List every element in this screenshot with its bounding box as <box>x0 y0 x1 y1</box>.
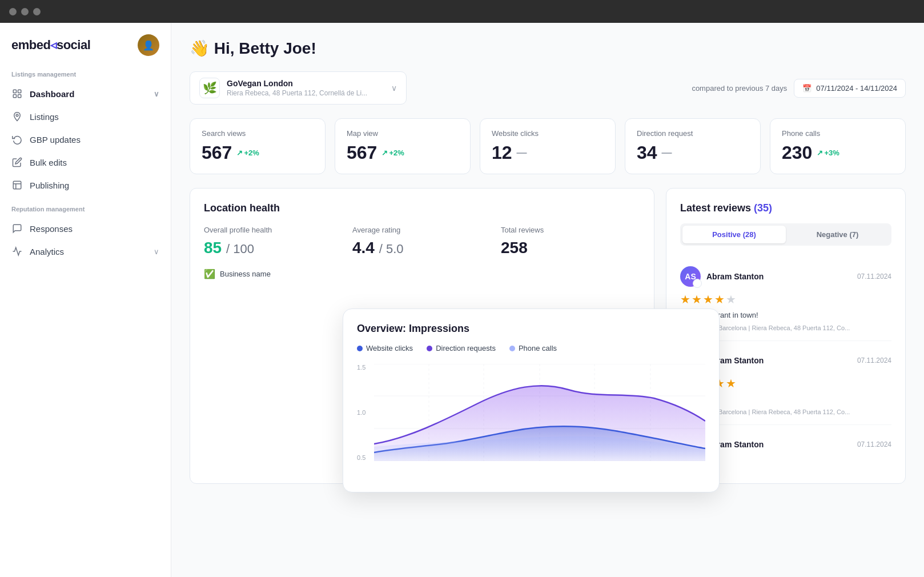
arrow-up-icon: ↗ <box>236 149 243 157</box>
sidebar-item-analytics-label: Analytics <box>30 247 64 257</box>
sidebar-item-dashboard[interactable]: Dashboard ∨ <box>0 82 171 105</box>
y-label-0-5: 0.5 <box>357 454 365 461</box>
dashboard-icon <box>11 88 23 99</box>
reviews-tabs: Positive (28) Negative (7) <box>680 223 891 246</box>
sidebar-item-analytics[interactable]: Analytics ∨ <box>0 240 171 263</box>
legend-label-direction-requests: Direction requests <box>436 344 496 352</box>
listings-icon <box>11 111 23 122</box>
location-health-title: Location health <box>204 202 640 214</box>
health-item-business-name: ✅ Business name <box>204 269 640 279</box>
sidebar-item-responses[interactable]: Responses <box>0 217 171 240</box>
sidebar-item-gbp-updates-label: GBP updates <box>30 135 81 145</box>
app-body: embed◃social 👤 Listings management Dashb… <box>0 23 924 577</box>
stat-badge-direction-request: — <box>662 147 672 159</box>
sidebar-item-gbp-updates[interactable]: GBP updates <box>0 128 171 151</box>
sidebar-item-listings-label: Listings <box>30 112 59 122</box>
stat-label-phone-calls: Phone calls <box>782 129 894 138</box>
arrow-up-icon-2: ↗ <box>381 149 388 157</box>
stats-grid: Search views 567 ↗ +2% Map view 567 ↗ +2… <box>190 118 906 174</box>
stat-label-map-view: Map view <box>347 129 459 138</box>
health-item-business-name-label: Business name <box>220 270 271 278</box>
legend-item-phone-calls: Phone calls <box>509 344 557 352</box>
stat-badge-phone-calls: ↗ +3% <box>817 149 839 157</box>
svg-rect-0 <box>13 90 16 93</box>
stat-card-website-clicks: Website clicks 12 — <box>480 118 616 174</box>
sidebar-item-bulk-edits[interactable]: Bulk edits <box>0 151 171 174</box>
legend-dot-direction-requests <box>427 346 432 351</box>
sidebar-section-listings-management: Listings management <box>0 62 171 82</box>
health-metric-label-reviews: Total reviews <box>501 226 640 234</box>
y-label-1-0: 1.0 <box>357 409 365 416</box>
chart-legend: Website clicks Direction requests Phone … <box>357 344 705 352</box>
health-metric-value-reviews: 258 <box>501 239 640 257</box>
y-label-1-5: 1.5 <box>357 364 365 371</box>
review-name-2: Abram Stanton <box>706 356 851 365</box>
reviews-tab-positive[interactable]: Positive (28) <box>682 226 786 243</box>
impressions-chart <box>374 364 705 461</box>
gbp-updates-icon <box>11 134 23 145</box>
legend-label-website-clicks: Website clicks <box>366 344 413 352</box>
health-metrics: Overall profile health 85 / 100 Average … <box>204 226 640 257</box>
sidebar-item-dashboard-label: Dashboard <box>30 89 74 99</box>
date-range-button[interactable]: 📅 07/11/2024 - 14/11/2024 <box>794 79 906 98</box>
health-metric-value-profile: 85 / 100 <box>204 239 343 257</box>
location-info: GoVegan London Riera Rebeca, 48 Puerta 1… <box>227 79 384 97</box>
review-name-3: Abram Stanton <box>706 440 851 449</box>
stat-card-map-view: Map view 567 ↗ +2% <box>335 118 471 174</box>
review-header-1: AS G Abram Stanton 07.11.2024 <box>680 266 891 287</box>
review-date-2: 07.11.2024 <box>857 356 891 364</box>
svg-point-4 <box>16 114 18 117</box>
svg-rect-1 <box>18 90 21 93</box>
sidebar-item-publishing[interactable]: Publishing <box>0 174 171 197</box>
stat-badge-map-view: ↗ +2% <box>381 149 404 157</box>
stat-value-direction-request: 34 — <box>637 142 749 163</box>
date-filter: compared to previous 7 days 📅 07/11/2024… <box>692 79 906 98</box>
dashboard-chevron: ∨ <box>154 90 159 98</box>
reviews-tab-negative[interactable]: Negative (7) <box>786 226 889 243</box>
bulk-edits-icon <box>11 157 23 168</box>
date-range-label: 07/11/2024 - 14/11/2024 <box>816 84 897 93</box>
stat-badge-website-clicks: — <box>517 147 527 159</box>
stat-badge-search-views: ↗ +2% <box>236 149 259 157</box>
chart-area: 1.5 1.0 0.5 <box>357 364 705 478</box>
stat-value-phone-calls: 230 ↗ +3% <box>782 142 894 163</box>
reviews-count: (35) <box>754 202 772 214</box>
health-metric-label-profile: Overall profile health <box>204 226 343 234</box>
legend-item-website-clicks: Website clicks <box>357 344 413 352</box>
sidebar: embed◃social 👤 Listings management Dashb… <box>0 23 171 577</box>
svg-rect-2 <box>18 95 21 98</box>
location-logo: 🌿 <box>199 78 220 98</box>
window-dot-2 <box>21 8 29 15</box>
review-name-1: Abram Stanton <box>706 272 851 281</box>
legend-dot-phone-calls <box>509 346 515 351</box>
logo: embed◃social <box>11 38 90 53</box>
sidebar-item-bulk-edits-label: Bulk edits <box>30 158 67 167</box>
analytics-chevron: ∨ <box>154 247 159 256</box>
sidebar-item-listings[interactable]: Listings <box>0 105 171 128</box>
health-metric-reviews: Total reviews 258 <box>501 226 640 257</box>
responses-icon <box>11 223 23 234</box>
svg-rect-3 <box>13 95 16 98</box>
page-header: 👋 Hi, Betty Joe! <box>190 39 906 58</box>
stat-value-search-views: 567 ↗ +2% <box>202 142 314 163</box>
publishing-icon <box>11 179 23 191</box>
stat-label-website-clicks: Website clicks <box>492 129 604 138</box>
window-dot-3 <box>33 8 41 15</box>
review-date-3: 07.11.2024 <box>857 440 891 448</box>
main-content: 👋 Hi, Betty Joe! 🌿 GoVegan London Riera … <box>171 23 924 577</box>
review-date-1: 07.11.2024 <box>857 273 891 281</box>
stat-label-direction-request: Direction request <box>637 129 749 138</box>
legend-label-phone-calls: Phone calls <box>519 344 557 352</box>
location-bar: 🌿 GoVegan London Riera Rebeca, 48 Puerta… <box>190 71 906 105</box>
avatar[interactable]: 👤 <box>138 34 159 56</box>
window-dot-1 <box>9 8 17 15</box>
location-selector[interactable]: 🌿 GoVegan London Riera Rebeca, 48 Puerta… <box>190 71 407 105</box>
sidebar-section-reputation-management: Reputation management <box>0 197 171 217</box>
location-name: GoVegan London <box>227 79 384 88</box>
analytics-icon <box>11 246 23 257</box>
compared-text: compared to previous 7 days <box>692 84 787 93</box>
health-metric-label-rating: Average rating <box>352 226 492 234</box>
stat-card-direction-request: Direction request 34 — <box>625 118 761 174</box>
arrow-up-icon-3: ↗ <box>817 149 823 157</box>
reviews-header: Latest reviews (35) <box>680 202 891 214</box>
